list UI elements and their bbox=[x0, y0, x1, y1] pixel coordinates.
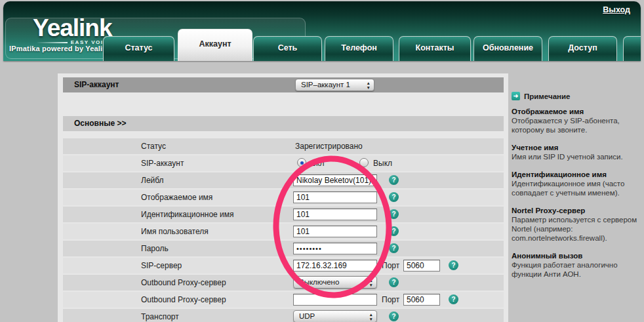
note-heading: Отображаемое имя bbox=[512, 107, 641, 116]
row-user-name-label: Имя пользователя bbox=[141, 227, 209, 236]
select-arrows-icon: ▲▼ bbox=[369, 312, 373, 321]
radio-enabled[interactable] bbox=[297, 158, 306, 167]
registration-status-value: Зарегистрировано bbox=[295, 142, 363, 151]
row-label: Лейбл ? bbox=[63, 172, 504, 188]
basic-group-bar[interactable]: Основные >> bbox=[63, 116, 504, 131]
register-name-input[interactable] bbox=[293, 209, 377, 220]
display-name-input[interactable] bbox=[293, 191, 377, 203]
tab-contacts[interactable]: Контакты bbox=[399, 36, 471, 61]
row-status: Статус Зарегистрировано bbox=[63, 138, 504, 154]
ipmatika-subtitle: IPmatika powered by Yealink bbox=[9, 45, 111, 52]
yealink-logo: Yealink bbox=[33, 14, 112, 42]
sip-server-input[interactable] bbox=[293, 260, 377, 272]
note-heading: Nortel Proxy-сервер bbox=[512, 206, 641, 215]
help-icon[interactable]: ? bbox=[389, 209, 399, 219]
note-anonymous-call: Анонимный вызов Функция работает аналоги… bbox=[512, 251, 641, 279]
help-icon[interactable]: ? bbox=[389, 192, 399, 202]
sip-server-port-input[interactable] bbox=[403, 260, 440, 272]
sip-account-select-value: SIP–аккаунт 1 bbox=[301, 81, 350, 89]
tab-phone[interactable]: Телефон bbox=[325, 36, 393, 61]
row-display-name: Отображаемое имя ? bbox=[63, 190, 504, 205]
outbound-proxy-server-input[interactable] bbox=[293, 294, 377, 306]
note-heading: Анонимный вызов bbox=[512, 251, 641, 260]
row-password-label: Пароль bbox=[141, 244, 169, 253]
row-register-name: Идентификационное имя ? bbox=[63, 207, 504, 222]
help-icon[interactable]: ? bbox=[449, 294, 458, 304]
note-body: Функция работает аналогично функции Анти… bbox=[512, 260, 641, 279]
note-body: Параметр используется с сервером Nortel … bbox=[512, 215, 641, 243]
note-body: Имя или SIP ID учетной записи. bbox=[512, 152, 641, 161]
sip-account-section-bar: SIP-аккаунт SIP–аккаунт 1 ▲▼ bbox=[63, 77, 504, 92]
note-header: ➜ Примечание bbox=[512, 92, 570, 100]
note-arrow-icon: ➜ bbox=[512, 92, 520, 100]
row-password: Пароль ? bbox=[63, 241, 504, 256]
note-register-name: Идентификационное имя Идентификационное … bbox=[512, 170, 641, 197]
outbound-proxy-select-value: Выключено bbox=[299, 278, 339, 286]
row-line-active: SIP-аккаунт Вкл Выкл bbox=[63, 155, 504, 171]
note-display-name: Отображаемое имя Отображается у SIP-абон… bbox=[512, 107, 641, 134]
row-transport-label: Транспорт bbox=[141, 312, 179, 321]
label-input[interactable] bbox=[293, 174, 377, 186]
logout-link[interactable]: Выход bbox=[603, 5, 630, 14]
help-icon[interactable]: ? bbox=[389, 243, 399, 253]
tab-upgrade[interactable]: Обновление bbox=[473, 36, 542, 61]
row-user-name: Имя пользователя ? bbox=[63, 224, 504, 239]
sip-account-section-title: SIP-аккаунт bbox=[74, 80, 119, 89]
tagline-line-left bbox=[37, 42, 68, 43]
notes-list: Отображаемое имя Отображается у SIP-абон… bbox=[512, 107, 641, 287]
row-register-name-label: Идентификационное имя bbox=[141, 210, 234, 219]
row-label-label: Лейбл bbox=[141, 176, 164, 185]
sip-account-select[interactable]: SIP–аккаунт 1 ▲▼ bbox=[295, 79, 374, 91]
password-input[interactable] bbox=[293, 243, 377, 254]
radio-disabled-label: Выкл bbox=[373, 159, 392, 168]
help-icon[interactable]: ? bbox=[389, 277, 399, 287]
row-outbound-proxy-toggle: Outbound Proxy-сервер Выключено ▲▼ ? bbox=[63, 275, 504, 291]
note-heading: Учетное имя bbox=[512, 143, 641, 152]
user-name-input[interactable] bbox=[293, 226, 377, 237]
row-sip-server-label: SIP-сервер bbox=[141, 261, 182, 270]
select-arrows-icon: ▲▼ bbox=[369, 278, 373, 287]
help-icon[interactable]: ? bbox=[389, 312, 399, 321]
note-account-name: Учетное имя Имя или SIP ID учетной запис… bbox=[512, 143, 641, 161]
outbound-proxy-port-input[interactable] bbox=[403, 294, 440, 306]
tab-partial-stub bbox=[623, 36, 641, 61]
note-heading: Идентификационное имя bbox=[512, 170, 641, 179]
tab-status[interactable]: Статус bbox=[103, 36, 174, 61]
row-outbound-proxy-server-label: Outbound Proxy-сервер bbox=[141, 295, 226, 304]
help-icon[interactable]: ? bbox=[389, 226, 399, 236]
radio-enabled-label: Вкл bbox=[311, 159, 324, 168]
row-sip-server: SIP-сервер Порт ? bbox=[63, 258, 504, 273]
row-outbound-proxy-toggle-label: Outbound Proxy-сервер bbox=[141, 278, 226, 287]
note-body: Идентификационное имя (часто совпадает с… bbox=[512, 179, 641, 197]
port-label: Порт bbox=[382, 261, 399, 270]
basic-group-title: Основные >> bbox=[74, 119, 126, 128]
note-title: Примечание bbox=[524, 92, 570, 100]
note-body: Отображается у SIP-абонента, которому вы… bbox=[512, 116, 641, 134]
port-label: Порт bbox=[382, 295, 399, 304]
note-nortel-proxy: Nortel Proxy-сервер Параметр используетс… bbox=[512, 206, 641, 243]
row-outbound-proxy-server: Outbound Proxy-сервер Порт ? bbox=[63, 292, 504, 308]
row-display-name-label: Отображаемое имя bbox=[141, 193, 212, 202]
row-status-label: Статус bbox=[141, 142, 166, 151]
header: Yealink EASY VOIP IPmatika powered by Ye… bbox=[3, 1, 641, 61]
help-icon[interactable]: ? bbox=[449, 260, 458, 270]
select-arrows-icon: ▲▼ bbox=[367, 81, 371, 90]
help-icon[interactable]: ? bbox=[389, 175, 399, 185]
row-transport: Транспорт UDP ▲▼ ? bbox=[63, 309, 504, 322]
transport-select-value: UDP bbox=[299, 312, 315, 320]
transport-select[interactable]: UDP ▲▼ bbox=[293, 310, 377, 322]
radio-disabled[interactable] bbox=[359, 158, 369, 167]
tab-network[interactable]: Сеть bbox=[253, 36, 322, 61]
row-line-active-label: SIP-аккаунт bbox=[141, 159, 184, 168]
tab-account[interactable]: Аккаунт bbox=[178, 29, 252, 61]
tab-security[interactable]: Доступ bbox=[548, 36, 617, 61]
yealink-web-config-page: Yealink EASY VOIP IPmatika powered by Ye… bbox=[0, 0, 644, 322]
outbound-proxy-select[interactable]: Выключено ▲▼ bbox=[293, 276, 377, 289]
